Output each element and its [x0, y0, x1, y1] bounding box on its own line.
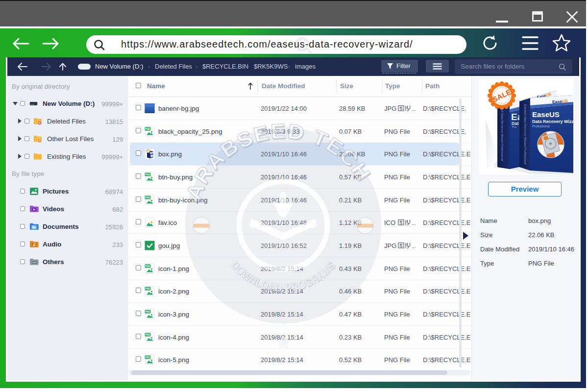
- svg-text:...: ...: [412, 106, 416, 112]
- svg-text:...: ...: [412, 220, 416, 226]
- svg-text:S Data Recovery Wizard Profess: S Data Recovery Wizard Professional: [501, 110, 504, 161]
- svg-text:EaseUS: EaseUS: [532, 110, 560, 119]
- svg-text:PNG: PNG: [145, 173, 150, 176]
- svg-text:PNG: PNG: [145, 356, 150, 359]
- svg-text:PNG: PNG: [145, 265, 150, 268]
- svg-text:PNG: PNG: [145, 128, 150, 130]
- svg-text:...: ...: [412, 243, 416, 249]
- svg-text:PNG: PNG: [145, 311, 150, 313]
- svg-text:Pro: Pro: [512, 125, 517, 128]
- svg-text:PNG: PNG: [145, 196, 150, 199]
- svg-text:EaseUS Data Recovery Wizard Pr: EaseUS Data Recovery Wizard Professional: [524, 104, 527, 164]
- svg-text:PNG: PNG: [145, 288, 150, 290]
- svg-text:Professional: Professional: [532, 124, 550, 128]
- svg-text:PNG: PNG: [145, 334, 150, 336]
- svg-text:Data Recovery Wizard: Data Recovery Wizard: [532, 119, 578, 124]
